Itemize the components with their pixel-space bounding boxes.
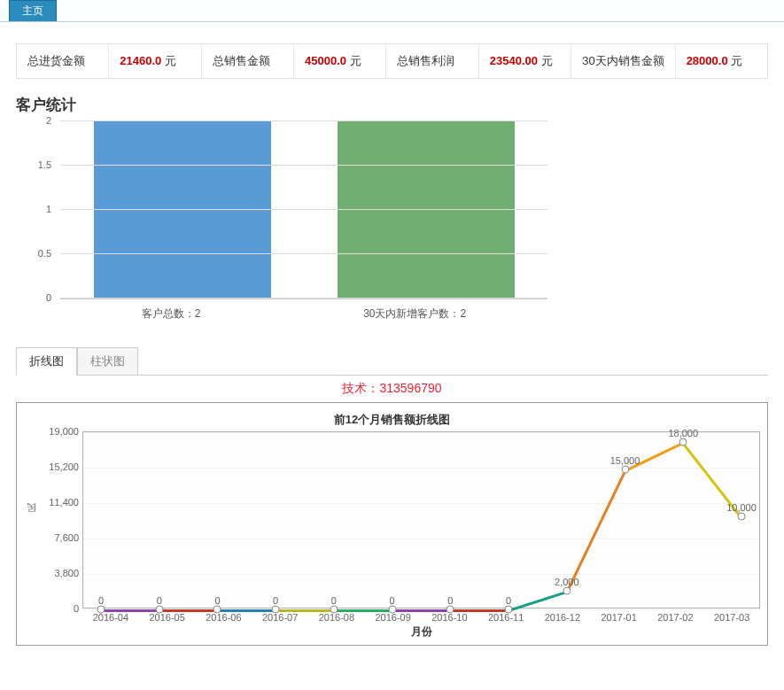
line-point bbox=[679, 438, 687, 446]
line-chart-title: 前12个月销售额折线图 bbox=[24, 412, 760, 428]
line-xtick: 2016-08 bbox=[308, 612, 365, 623]
line-xticks: 2016-042016-052016-062016-072016-082016-… bbox=[82, 612, 760, 623]
line-segment bbox=[450, 609, 508, 612]
stat-value: 45000.0 元 bbox=[294, 44, 386, 78]
bar-chart: 00.511.52 客户总数：230天内新增客户数：2 bbox=[16, 122, 768, 322]
bar-label: 客户总数：2 bbox=[142, 306, 201, 322]
line-xtick: 2016-09 bbox=[365, 612, 422, 623]
line-data-label: 0 bbox=[447, 595, 453, 606]
line-point bbox=[446, 606, 454, 614]
stat-label: 总进货金额 bbox=[27, 54, 85, 67]
section-title-customer: 客户统计 bbox=[16, 95, 768, 115]
line-data-label: 0 bbox=[157, 595, 162, 606]
line-segment bbox=[159, 609, 218, 612]
line-xtick: 2016-11 bbox=[477, 612, 534, 623]
line-yticks: 03,8007,60011,40015,20019,000 bbox=[38, 431, 82, 609]
line-point bbox=[563, 586, 571, 594]
stat-cell: 总销售金额 bbox=[202, 44, 294, 78]
line-xlabel: 月份 bbox=[82, 624, 760, 640]
line-segment bbox=[101, 609, 159, 612]
line-xtick: 2016-12 bbox=[534, 612, 591, 623]
line-xtick: 2016-06 bbox=[196, 612, 252, 623]
line-ylabel: 民 bbox=[24, 431, 38, 609]
line-segment bbox=[217, 609, 276, 612]
stat-label: 总销售金额 bbox=[213, 54, 270, 67]
line-segment bbox=[334, 609, 392, 612]
line-point bbox=[97, 606, 105, 614]
line-data-label: 0 bbox=[506, 595, 511, 606]
watermark: 技术：313596790 bbox=[0, 381, 784, 397]
chart-type-tabs: 折线图柱状图 bbox=[16, 346, 768, 376]
stat-label: 30天内销售金额 bbox=[582, 54, 664, 67]
line-point bbox=[388, 606, 396, 614]
line-xtick: 2017-03 bbox=[703, 612, 760, 623]
line-data-label: 2,000 bbox=[555, 577, 579, 587]
stats-strip: 总进货金额21460.0 元总销售金额45000.0 元总销售利润23540.0… bbox=[16, 43, 768, 79]
line-xtick: 2017-02 bbox=[648, 612, 704, 623]
stat-cell: 30天内销售金额 bbox=[571, 44, 675, 78]
line-plot-area: 000000002,00015,00018,00010,000 bbox=[82, 431, 760, 609]
stat-label: 总销售利润 bbox=[397, 54, 454, 67]
line-xtick: 2017-01 bbox=[591, 612, 648, 623]
line-data-label: 0 bbox=[331, 595, 337, 606]
stat-value: 23540.00 元 bbox=[479, 44, 571, 78]
line-point bbox=[330, 606, 338, 614]
line-xtick: 2016-07 bbox=[252, 612, 308, 623]
line-point bbox=[738, 512, 746, 520]
bar bbox=[94, 121, 271, 298]
stat-value: 28000.0 元 bbox=[676, 44, 767, 78]
line-segment bbox=[276, 609, 334, 612]
line-xtick: 2016-10 bbox=[422, 612, 478, 623]
line-point bbox=[213, 606, 221, 614]
line-data-label: 0 bbox=[390, 595, 395, 606]
line-point bbox=[155, 606, 163, 614]
line-data-label: 18,000 bbox=[668, 428, 698, 438]
line-point bbox=[621, 466, 629, 474]
tab-home[interactable]: 主页 bbox=[9, 0, 57, 21]
stat-cell: 总进货金额 bbox=[17, 44, 109, 78]
chart-tab-line[interactable]: 折线图 bbox=[16, 347, 77, 376]
line-data-label: 0 bbox=[273, 595, 278, 606]
line-data-label: 0 bbox=[214, 595, 220, 606]
line-data-label: 0 bbox=[98, 595, 104, 606]
topbar: 主页 bbox=[0, 0, 784, 22]
stat-value: 21460.0 元 bbox=[109, 44, 201, 78]
line-point bbox=[505, 606, 513, 614]
line-point bbox=[272, 606, 280, 614]
bar bbox=[338, 121, 515, 298]
line-xtick: 2016-04 bbox=[82, 612, 139, 623]
line-data-label: 15,000 bbox=[610, 455, 640, 466]
line-xtick: 2016-05 bbox=[139, 612, 196, 623]
line-data-label: 10,000 bbox=[726, 502, 757, 513]
line-segment bbox=[392, 609, 451, 612]
stat-cell: 总销售利润 bbox=[386, 44, 478, 78]
line-chart-box: 前12个月销售额折线图 民 03,8007,60011,40015,20019,… bbox=[16, 402, 768, 646]
bar-label: 30天内新增客户数：2 bbox=[363, 306, 466, 322]
chart-tab-bar[interactable]: 柱状图 bbox=[77, 347, 138, 375]
